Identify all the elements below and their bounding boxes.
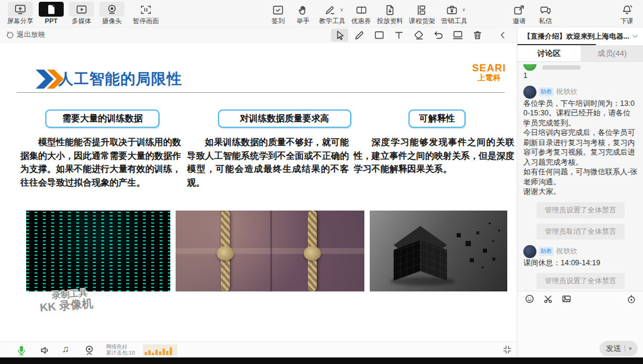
seari-logo-cn: 上電科	[472, 74, 506, 82]
teaching-tools-button[interactable]: ∨ 教学工具	[319, 2, 345, 25]
screen-share-button[interactable]: 屏幕分享	[7, 2, 33, 25]
music-toggle[interactable]: ♫	[62, 344, 69, 354]
network-status-text: 网络良好 累计丢包:10	[106, 344, 135, 356]
seari-logo-text: SEARI	[472, 63, 506, 74]
chevron-down-icon[interactable]	[632, 33, 639, 40]
send-button[interactable]: 发送 ▾	[600, 341, 638, 356]
image-icon[interactable]	[561, 294, 572, 304]
materials-button[interactable]: 投放资料	[377, 2, 403, 25]
illegible-name	[542, 65, 580, 70]
chat-message-list[interactable]: 1 助教 祝轶欣 各位学员，下午培训时间为：13:00-15:30。课程已经开始…	[517, 62, 643, 291]
send-options-caret[interactable]: ▾	[629, 346, 632, 352]
window-bottom-edge	[0, 357, 643, 364]
slide-stage: 人工智能的局限性 SEARI 上電科 需要大量的训练数据 对训练数据质量要求高 …	[0, 43, 517, 341]
exit-presentation-button[interactable]: 退出放映	[6, 30, 45, 40]
chevron-down-icon: ∨	[462, 6, 466, 14]
text-tool[interactable]	[390, 29, 407, 42]
delete-tool[interactable]	[469, 29, 486, 42]
multimedia-button[interactable]: 多媒体	[69, 2, 94, 25]
invite-label: 邀请	[513, 17, 526, 25]
speaker-toggle[interactable]	[39, 344, 51, 356]
ppt-label: PPT	[45, 17, 57, 25]
teaching-tools-label: 教学工具	[319, 17, 345, 25]
camera-icon	[105, 3, 118, 16]
system-notice: 管理员设置了全体禁言	[536, 202, 625, 218]
undo-tool[interactable]	[429, 29, 447, 42]
raise-hand-button[interactable]: 举手	[294, 2, 312, 25]
pen-tool[interactable]	[351, 29, 368, 42]
screen-share-icon	[14, 3, 27, 16]
microphone-toggle[interactable]	[15, 344, 27, 359]
marketing-tools-button[interactable]: ∨ 营销工具	[441, 2, 467, 25]
ppt-button[interactable]: PPT	[39, 2, 64, 25]
select-cursor-tool[interactable]	[331, 29, 348, 42]
draw-toolbar	[331, 29, 531, 42]
system-notice: 管理员设置了全体禁言	[536, 273, 625, 289]
sidebar-tabs: 讨论区 成员(44)	[517, 45, 643, 62]
music-icon: ♫	[62, 344, 69, 354]
eraser-icon	[413, 29, 424, 41]
eraser-tool[interactable]	[410, 29, 427, 42]
webcam-toggle[interactable]	[83, 344, 95, 356]
invite-button[interactable]: 邀请	[510, 2, 528, 25]
exit-presentation-icon	[6, 31, 14, 39]
announcement-text: 【直播介绍】欢迎来到上海电器...	[523, 32, 632, 42]
collapse-toolbar-button[interactable]	[502, 345, 512, 354]
network-quality-chart	[143, 344, 177, 356]
crumbling-cube-image	[370, 211, 507, 291]
whiteboard-tool[interactable]	[449, 29, 466, 42]
paragraph-training-data: 模型性能能否提升取决于训练用的数据集的大小，因此通常需要大量的数据作为支撑。如果…	[20, 136, 181, 189]
avatar	[523, 245, 536, 258]
user-name: 祝轶欣	[556, 246, 578, 256]
raise-hand-icon	[296, 4, 310, 17]
coupon-button[interactable]: 优惠券	[351, 2, 371, 25]
sign-in-label: 签到	[271, 17, 285, 25]
heading-box-data-quality: 对训练数据质量要求高	[218, 109, 351, 128]
fraying-rope-image	[176, 211, 364, 291]
settings-icon[interactable]	[626, 294, 636, 305]
screen-share-label: 屏幕分享	[7, 17, 33, 25]
live-announcement[interactable]: 【直播介绍】欢迎来到上海电器...	[517, 27, 643, 45]
message-input[interactable]	[517, 306, 643, 339]
matrix-code-image	[26, 211, 170, 291]
multimedia-label: 多媒体	[72, 17, 92, 25]
course-shelf-icon	[416, 4, 429, 17]
invite-icon	[513, 4, 526, 17]
text-icon	[393, 29, 405, 41]
course-shelf-button[interactable]: 课程货架	[409, 2, 435, 25]
message-text: 课间休息：14:09-14:19	[523, 258, 638, 268]
send-divider	[625, 345, 625, 352]
tab-members[interactable]: 成员(44)	[580, 45, 643, 61]
live-teaching-app: 屏幕分享 PPT 多媒体 摄像头 暂停画面 签到 举手 ∨ 教学工具	[0, 0, 643, 364]
watermark-line2: KK 录像机	[39, 297, 93, 315]
pause-screen-label: 暂停画面	[133, 17, 159, 25]
private-message-icon	[539, 4, 552, 17]
status-bar: ♫ 网络良好 累计丢包:10	[0, 341, 517, 357]
seari-logo: SEARI 上電科	[472, 63, 506, 81]
webcam-icon	[83, 344, 95, 356]
trash-icon	[472, 29, 483, 41]
pause-screen-button[interactable]: 暂停画面	[133, 2, 159, 25]
paragraph-interpretability: 深度学习能够发现事件之间的关联性，建立事件之间的映射关系，但是深度学习不能解释因…	[354, 136, 514, 176]
private-message-button[interactable]: 私信	[536, 2, 554, 25]
composer-send-row: 发送 ▾	[517, 339, 643, 357]
tab-discussion[interactable]: 讨论区	[517, 45, 580, 61]
sign-in-button[interactable]: 签到	[269, 2, 287, 25]
teaching-tools-icon	[323, 4, 336, 17]
course-shelf-label: 课程货架	[409, 17, 435, 25]
screenshot-scissors-icon[interactable]	[543, 294, 553, 304]
assistant-badge: 助教	[539, 247, 554, 256]
chevron-down-icon: ∨	[340, 6, 344, 14]
chat-message: 1	[523, 64, 638, 81]
recorder-watermark: 录制工具 KK 录像机	[38, 287, 93, 315]
camera-button[interactable]: 摄像头	[99, 2, 124, 25]
rectangle-tool[interactable]	[370, 29, 388, 42]
top-toolbar: 屏幕分享 PPT 多媒体 摄像头 暂停画面 签到 举手 ∨ 教学工具	[0, 0, 643, 27]
assistant-badge: 助教	[539, 87, 554, 96]
message-text: 如有任何问题，可与微信联系人-张老师沟通。	[523, 167, 638, 187]
avatar	[523, 86, 536, 99]
prev-page-button[interactable]	[494, 29, 511, 42]
end-class-button[interactable]: 下课	[618, 2, 636, 25]
cursor-icon	[334, 29, 346, 41]
emoji-icon[interactable]	[525, 294, 535, 304]
